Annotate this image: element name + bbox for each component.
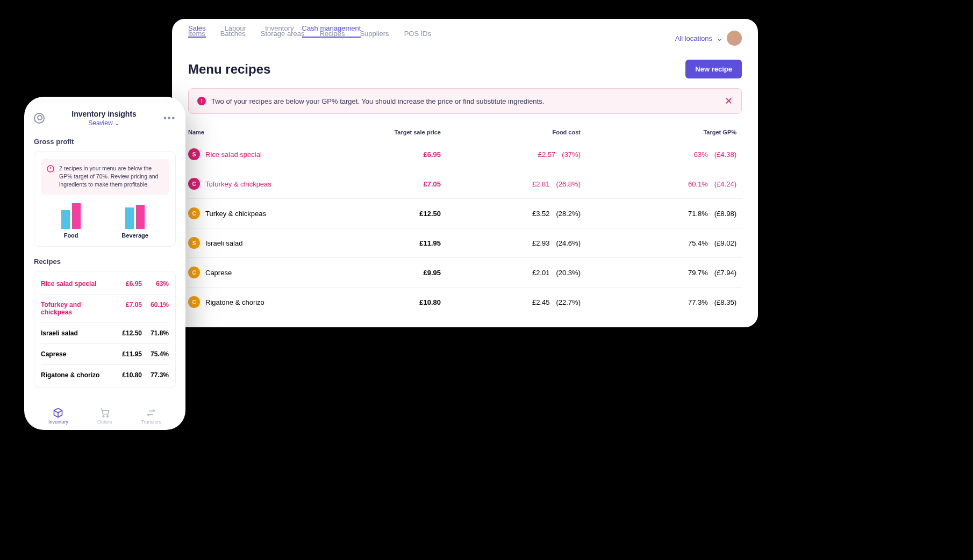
price-cell: £10.80: [339, 298, 446, 306]
recipe-badge: C: [188, 267, 200, 278]
recipe-badge: S: [188, 237, 200, 249]
recipe-gp: 60.1%: [142, 301, 169, 316]
price-cell: £9.95: [339, 269, 446, 277]
bar-food-blue: [61, 210, 70, 229]
tab-cash-management[interactable]: Cash management: [302, 24, 361, 38]
alert-text: Two of your recipes are below your GP% t…: [211, 97, 544, 105]
tab-labour[interactable]: Labour: [225, 24, 246, 38]
tab-inventory[interactable]: Inventory: [265, 24, 294, 38]
nav-orders[interactable]: Orders: [97, 407, 112, 425]
svg-point-2: [106, 415, 108, 417]
recipe-price: £7.05: [112, 301, 142, 316]
bar-food-pink: [72, 203, 81, 229]
price-cell: £7.05: [339, 180, 446, 188]
more-icon[interactable]: •••: [163, 113, 176, 123]
table-row[interactable]: S Israeli salad £11.95 £2.93(24.6%) 75.4…: [188, 228, 742, 257]
recipe-name-cell: S Rice salad special: [188, 148, 339, 160]
recipe-gp: 71.8%: [142, 329, 169, 337]
bar-group-beverage: Beverage: [121, 203, 148, 239]
page-title-row: Menu recipes New recipe: [188, 60, 742, 78]
svg-point-1: [103, 415, 104, 417]
nav-inventory[interactable]: Inventory: [48, 407, 68, 425]
user-icon[interactable]: [34, 113, 45, 124]
recipe-price: £11.95: [112, 350, 142, 358]
close-icon[interactable]: ✕: [725, 95, 733, 107]
list-item[interactable]: Tofurkey and chickpeas£7.0560.1%: [41, 295, 169, 323]
recipe-name-cell: C Rigatone & chorizo: [188, 296, 339, 308]
mobile-header: Inventory insights Seaview ⌄ •••: [34, 110, 176, 127]
cost-cell: £2.01(20.3%): [446, 269, 586, 277]
nav-transfers[interactable]: Transfers: [141, 407, 161, 425]
recipe-badge: C: [188, 178, 200, 190]
location-label: All locations: [675, 34, 712, 42]
recipe-name: Tofurkey & chickpeas: [205, 180, 271, 188]
bar-label-food: Food: [64, 232, 78, 239]
gp-cell: 79.7%(£7.94): [586, 269, 742, 277]
list-item[interactable]: Caprese£11.9575.4%: [41, 344, 169, 365]
table-header: Name Target sale price Food cost Target …: [188, 125, 742, 140]
mobile-recipes-list: Rice salad special£6.9563%Tofurkey and c…: [34, 271, 176, 388]
recipe-badge: C: [188, 207, 200, 219]
table-row[interactable]: C Turkey & chickpeas £12.50 £3.52(28.2%)…: [188, 198, 742, 228]
mobile-alert-text: 2 recipes in your menu are below the GP%…: [59, 164, 163, 189]
recipe-name: Caprese: [205, 269, 232, 277]
recipe-name-cell: C Tofurkey & chickpeas: [188, 178, 339, 190]
chevron-down-icon: ⌄: [717, 34, 722, 42]
new-recipe-button[interactable]: New recipe: [685, 60, 742, 78]
gp-cell: 75.4%(£9.02): [586, 239, 742, 247]
recipe-badge: S: [188, 148, 200, 160]
recipe-name: Israeli salad: [41, 329, 112, 337]
location-picker[interactable]: All locations ⌄: [675, 31, 742, 46]
section-recipes: Recipes: [34, 257, 176, 265]
tab-suppliers[interactable]: Suppliers: [360, 30, 389, 42]
recipe-name: Rigatone & chorizo: [41, 371, 112, 379]
section-gross-profit: Gross profit: [34, 138, 176, 146]
col-price: Target sale price: [339, 129, 446, 135]
mobile-bottom-nav: Inventory Orders Transfers: [34, 400, 176, 425]
gp-card: 2 recipes in your menu are below the GP%…: [34, 151, 176, 247]
cost-cell: £2.81(26.8%): [446, 180, 586, 188]
recipe-name: Israeli salad: [205, 239, 242, 247]
avatar[interactable]: [727, 31, 742, 46]
col-gp: Target GP%: [586, 129, 742, 135]
recipe-gp: 75.4%: [142, 350, 169, 358]
table-row[interactable]: C Tofurkey & chickpeas £7.05 £2.81(26.8%…: [188, 169, 742, 198]
col-name: Name: [188, 129, 339, 135]
cost-cell: £2.45(22.7%): [446, 298, 586, 306]
gp-cell: 71.8%(£8.98): [586, 210, 742, 218]
mobile-device: Inventory insights Seaview ⌄ ••• Gross p…: [24, 97, 185, 430]
list-item[interactable]: Israeli salad£12.5071.8%: [41, 323, 169, 344]
price-cell: £6.95: [339, 150, 446, 159]
recipe-name: Turkey & chickpeas: [205, 210, 266, 218]
gp-cell: 77.3%(£8.35): [586, 298, 742, 306]
recipe-badge: C: [188, 296, 200, 308]
table-row[interactable]: C Caprese £9.95 £2.01(20.3%) 79.7%(£7.94…: [188, 257, 742, 287]
mobile-title: Inventory insights: [45, 110, 163, 118]
alert-icon: !: [197, 97, 206, 105]
tab-pos-ids[interactable]: POS IDs: [404, 30, 432, 42]
recipe-name-cell: S Israeli salad: [188, 237, 339, 249]
list-item[interactable]: Rice salad special£6.9563%: [41, 274, 169, 295]
cost-cell: £2.93(24.6%): [446, 239, 586, 247]
mobile-location-picker[interactable]: Seaview ⌄: [45, 119, 163, 127]
recipe-name: Rice salad special: [205, 150, 262, 159]
recipe-price: £6.95: [112, 280, 142, 288]
table-row[interactable]: S Rice salad special £6.95 £2.57(37%) 63…: [188, 140, 742, 169]
bars-chart: Food Beverage: [41, 203, 169, 239]
price-cell: £12.50: [339, 210, 446, 218]
recipe-price: £10.80: [112, 371, 142, 379]
recipe-name: Rice salad special: [41, 280, 112, 288]
chevron-down-icon: ⌄: [115, 119, 120, 127]
page-title: Menu recipes: [188, 62, 270, 77]
table-row[interactable]: C Rigatone & chorizo £10.80 £2.45(22.7%)…: [188, 287, 742, 317]
recipe-name: Rigatone & chorizo: [205, 298, 264, 306]
alert-banner: ! Two of your recipes are below your GP%…: [188, 88, 742, 114]
tab-sales[interactable]: Sales: [188, 24, 206, 38]
price-cell: £11.95: [339, 239, 446, 247]
recipe-name-cell: C Caprese: [188, 267, 339, 278]
recipe-price: £12.50: [112, 329, 142, 337]
recipe-name: Tofurkey and chickpeas: [41, 301, 112, 316]
list-item[interactable]: Rigatone & chorizo£10.8077.3%: [41, 365, 169, 385]
recipe-name: Caprese: [41, 350, 112, 358]
transfer-icon: [146, 407, 156, 418]
